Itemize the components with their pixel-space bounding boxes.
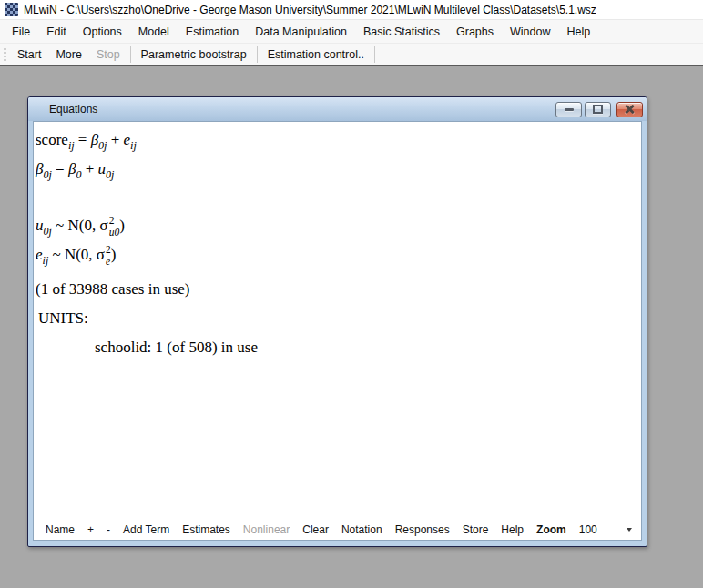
close-button[interactable] xyxy=(616,102,643,117)
menu-item-edit[interactable]: Edit xyxy=(38,20,75,43)
toolbar-grip-icon[interactable] xyxy=(4,47,6,62)
menu-item-model[interactable]: Model xyxy=(130,20,178,43)
equations-client: scoreij = β0j + eijβ0j = β0 + u0ju0j ~ N… xyxy=(33,121,642,541)
equations-button-add-term[interactable]: Add Term xyxy=(117,521,176,539)
toolbar-button-estimation-control[interactable]: Estimation control.. xyxy=(260,46,372,64)
equation-spacer xyxy=(36,184,641,211)
equations-button-help[interactable]: Help xyxy=(494,521,530,539)
restore-icon xyxy=(593,105,603,114)
zoom-dropdown[interactable]: 100 xyxy=(575,522,637,538)
toolbar-separator xyxy=(130,46,131,63)
toolbar-button-start[interactable]: Start xyxy=(10,46,48,64)
equations-button-store[interactable]: Store xyxy=(456,521,495,539)
toolbar-button-more[interactable]: More xyxy=(48,46,88,64)
menu-item-help[interactable]: Help xyxy=(559,20,599,43)
app-titlebar[interactable]: MLwiN - C:\Users\szzho\OneDrive - George… xyxy=(0,0,703,20)
menu-item-options[interactable]: Options xyxy=(75,20,130,43)
toolbar-separator xyxy=(374,46,375,63)
menu-bar: FileEditOptionsModelEstimationData Manip… xyxy=(0,20,703,44)
equations-button-item[interactable]: + xyxy=(81,521,100,539)
equations-button-clear[interactable]: Clear xyxy=(296,521,335,539)
equations-button-estimates[interactable]: Estimates xyxy=(176,521,237,539)
app-icon xyxy=(5,3,18,16)
menu-item-data-manipulation[interactable]: Data Manipulation xyxy=(247,20,355,43)
chevron-down-icon xyxy=(627,528,632,532)
equations-button-nonlinear: Nonlinear xyxy=(237,521,296,539)
equations-button-item[interactable]: - xyxy=(100,521,117,539)
equations-button-zoom[interactable]: Zoom xyxy=(530,521,573,539)
equation-level2[interactable]: β0j = β0 + u0j xyxy=(36,155,641,184)
equations-titlebar[interactable]: Equations xyxy=(28,97,647,121)
app-title: MLwiN - C:\Users\szzho\OneDrive - George… xyxy=(24,4,596,16)
units-header[interactable]: UNITS: xyxy=(36,304,641,333)
menu-item-graphs[interactable]: Graphs xyxy=(448,20,502,43)
menu-item-file[interactable]: File xyxy=(4,20,38,43)
equations-button-responses[interactable]: Responses xyxy=(389,521,456,539)
toolbar-separator xyxy=(257,46,258,63)
cases-in-use-note[interactable]: (1 of 33988 cases in use) xyxy=(36,275,641,304)
units-schoolid[interactable]: schoolid: 1 (of 508) in use xyxy=(36,333,641,362)
equations-bottom-toolbar-buttons: Name+-Add TermEstimatesNonlinearClearNot… xyxy=(39,521,573,539)
equation-u-distribution[interactable]: u0j ~ N(0, σ2u0) xyxy=(36,211,641,240)
mdi-area: Equations scoreij = β0j + eijβ0j = β0 + … xyxy=(0,66,703,588)
toolbar-button-stop: Stop xyxy=(89,46,127,64)
zoom-value: 100 xyxy=(579,523,597,536)
toolbar-buttons: StartMoreStopParametric bootstrapEstimat… xyxy=(10,46,378,64)
equation-level1[interactable]: scoreij = β0j + eij xyxy=(36,126,641,155)
menu-item-basic-statistics[interactable]: Basic Statistics xyxy=(355,20,448,43)
equations-window-title: Equations xyxy=(49,103,553,116)
equations-button-name[interactable]: Name xyxy=(39,521,81,539)
equation-e-distribution[interactable]: eij ~ N(0, σ2e) xyxy=(36,240,641,269)
equations-area: scoreij = β0j + eijβ0j = β0 + u0ju0j ~ N… xyxy=(34,122,641,519)
toolbar-button-parametric-bootstrap[interactable]: Parametric bootstrap xyxy=(134,46,254,64)
minimize-button[interactable] xyxy=(555,102,582,117)
equations-bottom-toolbar: Name+-Add TermEstimatesNonlinearClearNot… xyxy=(34,519,641,540)
equations-window: Equations scoreij = β0j + eijβ0j = β0 + … xyxy=(27,96,647,547)
minimize-icon xyxy=(565,108,574,111)
toolbar: StartMoreStopParametric bootstrapEstimat… xyxy=(0,44,703,66)
equations-button-notation[interactable]: Notation xyxy=(335,521,389,539)
menu-item-window[interactable]: Window xyxy=(502,20,558,43)
close-icon xyxy=(625,105,635,114)
restore-button[interactable] xyxy=(585,102,611,117)
menu-item-estimation[interactable]: Estimation xyxy=(178,20,247,43)
